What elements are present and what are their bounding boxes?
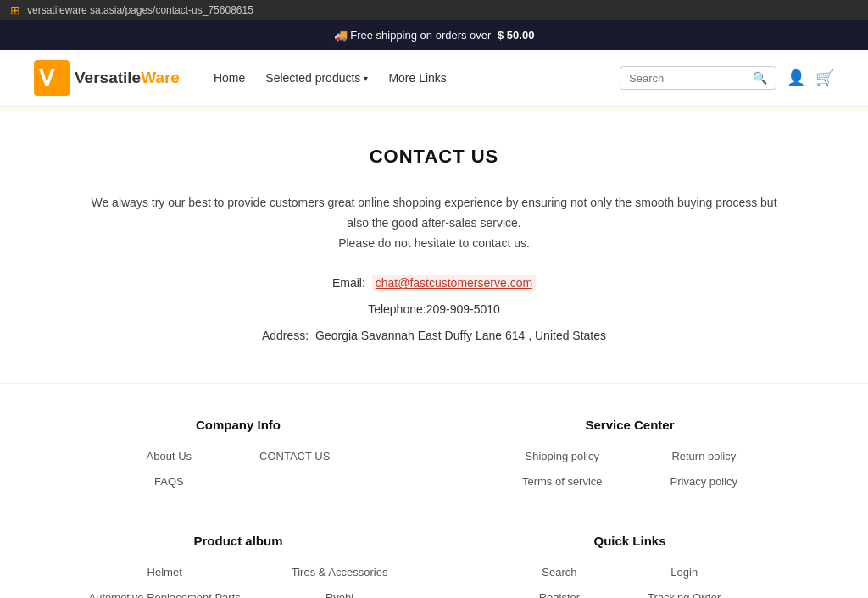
search-icon[interactable]: 🔍 xyxy=(753,71,767,85)
intro-line-2: Please do not hesitate to contact us. xyxy=(70,234,798,254)
telephone-label: Telephone: xyxy=(368,302,426,316)
main-nav: Home Selected products ▾ More Links xyxy=(214,71,603,85)
list-item: Privacy policy xyxy=(670,474,737,488)
list-item: About Us xyxy=(147,449,192,462)
list-item: Login xyxy=(648,565,721,579)
logo-text: VersatileWare xyxy=(75,69,180,87)
svg-text:V: V xyxy=(39,64,55,91)
auto-parts-link[interactable]: Automotive Replacement Parts xyxy=(89,591,241,598)
nav-selected-products[interactable]: Selected products ▾ xyxy=(265,71,368,85)
quick-links-title: Quick Links xyxy=(442,534,817,548)
browser-icon: ⊞ xyxy=(10,3,20,17)
footer-row-1: Company Info About Us FAQS CONTACT US Se… xyxy=(51,418,817,500)
service-center-title: Service Center xyxy=(442,418,817,432)
site-footer: Company Info About Us FAQS CONTACT US Se… xyxy=(0,383,868,598)
shipping-policy-link[interactable]: Shipping policy xyxy=(526,450,599,462)
product-album-col1: Helmet Automotive Replacement Parts TOOL… xyxy=(89,565,241,598)
faqs-link[interactable]: FAQS xyxy=(154,475,184,488)
list-item: Terms of service xyxy=(522,474,603,488)
site-header: V VersatileWare Home Selected products ▾… xyxy=(0,50,868,107)
footer-company-info: Company Info About Us FAQS CONTACT US xyxy=(51,418,426,500)
browser-url: versatileware sa.asia/pages/contact-us_7… xyxy=(27,4,253,16)
list-item: Helmet xyxy=(89,565,241,579)
product-album-col2: Tires & Accessories Ryobi Pick of the we… xyxy=(292,565,388,598)
footer-quick-links: Quick Links Search Register Login Tracki… xyxy=(442,534,817,598)
list-item: Return policy xyxy=(670,449,737,462)
logo-icon: V xyxy=(34,60,70,96)
address-label: Address: xyxy=(262,329,309,342)
return-policy-link[interactable]: Return policy xyxy=(671,450,736,462)
telephone-row: Telephone:209-909-5010 xyxy=(70,296,798,323)
address-row: Address: Georgia Savannah East Duffy Lan… xyxy=(70,323,798,349)
promo-bar: 🚚 Free shipping on orders over $ 50.00 xyxy=(0,20,868,50)
footer-product-album: Product album Helmet Automotive Replacem… xyxy=(51,534,426,598)
list-item: Ryobi xyxy=(292,590,388,598)
login-link[interactable]: Login xyxy=(670,566,698,579)
header-right: 🔍 👤 🛒 xyxy=(620,66,834,90)
search-input[interactable] xyxy=(629,72,748,85)
ryobi-link[interactable]: Ryobi xyxy=(326,591,353,598)
tires-link[interactable]: Tires & Accessories xyxy=(292,566,388,579)
quick-links-col1: Search Register xyxy=(539,565,580,598)
email-label: Email: xyxy=(332,276,365,290)
page-title: CONTACT US xyxy=(70,146,798,168)
footer-row-2: Product album Helmet Automotive Replacem… xyxy=(51,534,817,598)
search-box: 🔍 xyxy=(620,66,776,90)
browser-bar: ⊞ versatileware sa.asia/pages/contact-us… xyxy=(0,0,868,20)
list-item: CONTACT US xyxy=(259,449,330,462)
email-row: Email: chat@fastcustomerserve.com xyxy=(70,270,798,296)
account-icon[interactable]: 👤 xyxy=(787,69,805,87)
service-center-links-col1: Shipping policy Terms of service xyxy=(522,449,603,500)
logo-ware: Ware xyxy=(141,69,180,86)
contact-us-link[interactable]: CONTACT US xyxy=(259,450,330,462)
email-link[interactable]: chat@fastcustomerserve.com xyxy=(372,275,536,291)
intro-line-1: We always try our best to provide custom… xyxy=(86,193,782,234)
helmet-link[interactable]: Helmet xyxy=(147,566,182,579)
list-item: Register xyxy=(539,590,580,598)
main-content: CONTACT US We always try our best to pro… xyxy=(53,112,815,383)
chevron-down-icon: ▾ xyxy=(364,74,368,83)
tracking-order-link[interactable]: Tracking Order xyxy=(648,591,721,598)
truck-icon: 🚚 xyxy=(334,29,348,42)
list-item: Tracking Order xyxy=(648,590,721,598)
search-link[interactable]: Search xyxy=(542,566,576,579)
promo-amount: $ 50.00 xyxy=(498,29,534,42)
nav-more-links[interactable]: More Links xyxy=(388,71,446,85)
list-item: Automotive Replacement Parts xyxy=(89,590,241,598)
cart-icon[interactable]: 🛒 xyxy=(815,69,834,87)
selected-products-label: Selected products xyxy=(265,71,360,85)
footer-service-center: Service Center Shipping policy Terms of … xyxy=(442,418,817,500)
product-album-title: Product album xyxy=(51,534,426,548)
register-link[interactable]: Register xyxy=(539,591,580,598)
company-info-links-col1: About Us FAQS xyxy=(147,449,192,500)
promo-message: Free shipping on orders over xyxy=(350,29,491,42)
list-item: FAQS xyxy=(147,474,192,488)
list-item: Tires & Accessories xyxy=(292,565,388,579)
privacy-policy-link[interactable]: Privacy policy xyxy=(670,475,737,488)
logo-link[interactable]: V VersatileWare xyxy=(34,60,180,96)
company-info-links-col2: CONTACT US xyxy=(259,449,330,500)
telephone-value: 209-909-5010 xyxy=(426,302,500,316)
list-item: Search xyxy=(539,565,580,579)
address-value: Georgia Savannah East Duffy Lane 614 , U… xyxy=(315,329,606,342)
list-item: Shipping policy xyxy=(522,449,603,462)
logo-versatile: Versatile xyxy=(75,69,141,86)
about-us-link[interactable]: About Us xyxy=(147,450,192,462)
company-info-title: Company Info xyxy=(51,418,426,432)
service-center-links-col2: Return policy Privacy policy xyxy=(670,449,737,500)
contact-info: Email: chat@fastcustomerserve.com Teleph… xyxy=(70,270,798,348)
terms-of-service-link[interactable]: Terms of service xyxy=(522,475,603,488)
quick-links-col2: Login Tracking Order xyxy=(648,565,721,598)
nav-home[interactable]: Home xyxy=(214,71,245,85)
